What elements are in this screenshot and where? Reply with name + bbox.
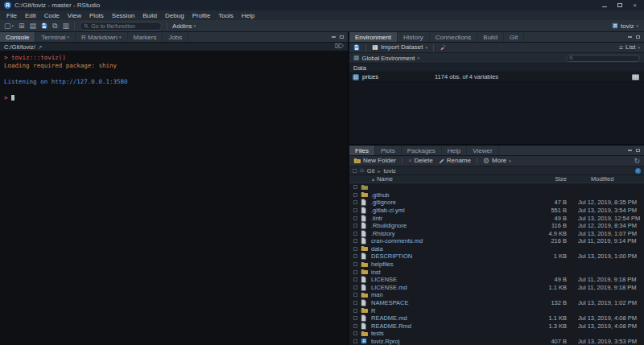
file-row[interactable]: data	[349, 245, 644, 253]
tab-build[interactable]: Build	[477, 32, 504, 42]
select-all-checkbox[interactable]	[353, 169, 357, 173]
file-row[interactable]: README.md1.1 KBJul 13, 2019, 4:08 PM	[349, 314, 644, 322]
addins-button[interactable]: Addins▾	[172, 23, 196, 30]
file-row[interactable]: LICENSE.md1.1 KBJul 11, 2019, 9:18 PM	[349, 284, 644, 292]
file-row[interactable]: .Rhistory4.9 KBJul 13, 2019, 1:07 PM	[349, 229, 644, 237]
row-checkbox[interactable]	[353, 200, 357, 204]
file-row[interactable]: inst	[349, 268, 644, 276]
file-row[interactable]	[349, 183, 644, 191]
tab-markers[interactable]: Markers	[128, 32, 163, 42]
console-output[interactable]: > toviz:::toviz()Loading required packag…	[0, 51, 348, 345]
minimize-window-icon[interactable]	[602, 2, 607, 9]
row-checkbox[interactable]	[353, 262, 357, 266]
file-row[interactable]: .gitlab-ci.yml551 BJul 13, 2019, 3:54 PM	[349, 207, 644, 215]
file-name[interactable]: .gitlab-ci.yml	[371, 207, 530, 214]
environment-object-row[interactable]: prices1174 obs. of 4 variables	[349, 72, 644, 82]
tab-files[interactable]: Files	[349, 146, 375, 155]
file-name[interactable]: LICENSE	[371, 276, 530, 283]
open-file-icon[interactable]: ▤	[30, 23, 37, 30]
file-row[interactable]: man	[349, 291, 644, 299]
column-size[interactable]: Size	[530, 175, 570, 183]
row-checkbox[interactable]	[353, 316, 357, 320]
row-checkbox[interactable]	[353, 208, 357, 212]
tab-plots[interactable]: Plots	[375, 146, 402, 155]
import-dataset-button[interactable]: Import Dataset ▾	[372, 44, 427, 51]
row-checkbox[interactable]	[353, 309, 357, 313]
breadcrumb-segment[interactable]: Git	[367, 167, 375, 175]
file-name[interactable]: man	[371, 291, 530, 298]
row-checkbox[interactable]	[353, 193, 357, 197]
menu-help[interactable]: Help	[237, 12, 258, 19]
row-checkbox[interactable]	[353, 293, 357, 297]
file-name[interactable]: DESCRIPTION	[371, 253, 530, 260]
file-name[interactable]: .Rbuildignore	[371, 222, 530, 229]
tab-console[interactable]: Console	[0, 32, 35, 42]
object-name[interactable]: prices	[362, 73, 435, 80]
menu-plots[interactable]: Plots	[85, 12, 108, 19]
menu-view[interactable]: View	[64, 12, 85, 19]
row-checkbox[interactable]	[353, 270, 357, 274]
file-name[interactable]: cran-comments.md	[371, 237, 530, 244]
file-name[interactable]: tests	[371, 330, 530, 337]
file-name[interactable]: .gitignore	[371, 199, 530, 206]
row-checkbox[interactable]	[353, 254, 357, 258]
tab-history[interactable]: History	[398, 32, 430, 42]
environment-scope-button[interactable]: ▦ Global Environment ▾	[353, 55, 419, 62]
tab-jobs[interactable]: Jobs	[163, 32, 188, 42]
menu-edit[interactable]: Edit	[21, 12, 40, 19]
tab-connections[interactable]: Connections	[430, 32, 477, 42]
clear-workspace-icon[interactable]	[440, 44, 446, 51]
environment-search-input[interactable]	[575, 55, 637, 61]
project-menu-button[interactable]: R toviz ▾	[612, 23, 640, 30]
file-name[interactable]: .lintr	[371, 215, 530, 222]
maximize-window-icon[interactable]	[617, 2, 622, 9]
file-name[interactable]: R	[371, 307, 530, 314]
menu-tools[interactable]: Tools	[214, 12, 237, 19]
tab-terminal[interactable]: Terminal▾	[35, 32, 76, 42]
file-row[interactable]: cran-comments.md216 BJul 11, 2019, 9:14 …	[349, 237, 644, 245]
minimize-pane-icon[interactable]	[628, 150, 632, 151]
save-all-icon[interactable]: ⧉	[52, 23, 57, 30]
file-name[interactable]: data	[371, 245, 530, 253]
row-checkbox[interactable]	[353, 339, 357, 343]
file-row[interactable]: helpfiles	[349, 261, 644, 269]
row-checkbox[interactable]	[353, 331, 357, 335]
menu-profile[interactable]: Profile	[188, 12, 215, 19]
file-row[interactable]: DESCRIPTION1 KBJul 13, 2019, 1:00 PM	[349, 253, 644, 261]
file-name[interactable]: README.Rmd	[371, 322, 530, 330]
file-row[interactable]: LICENSE49 BJul 11, 2019, 9:18 PM	[349, 276, 644, 284]
row-checkbox[interactable]	[353, 185, 357, 189]
row-checkbox[interactable]	[353, 216, 357, 220]
tab-viewer[interactable]: Viewer	[467, 146, 498, 155]
file-name[interactable]: .Rhistory	[371, 230, 530, 237]
goto-file-input[interactable]	[91, 23, 158, 29]
environment-search[interactable]	[566, 55, 640, 62]
row-checkbox[interactable]	[353, 239, 357, 243]
tab-help[interactable]: Help	[442, 146, 467, 155]
file-name[interactable]: toviz.Rproj	[371, 338, 530, 345]
maximize-pane-icon[interactable]	[636, 149, 640, 152]
row-checkbox[interactable]	[353, 324, 357, 328]
file-row[interactable]: .gitignore47 BJul 12, 2019, 8:35 PM	[349, 199, 644, 207]
new-file-icon[interactable]: ▢▾	[4, 23, 14, 30]
rename-button[interactable]: Rename	[439, 158, 471, 164]
tab-packages[interactable]: Packages	[402, 146, 442, 155]
file-row[interactable]: tests	[349, 330, 644, 338]
delete-button[interactable]: × Delete	[408, 158, 433, 164]
save-workspace-icon[interactable]	[353, 44, 360, 51]
file-name[interactable]: NAMESPACE	[371, 299, 530, 306]
menu-file[interactable]: File	[2, 12, 21, 19]
row-checkbox[interactable]	[353, 277, 357, 281]
new-project-icon[interactable]: ⊞	[19, 23, 25, 30]
tab-git[interactable]: Git	[504, 32, 524, 42]
file-row[interactable]: .github	[349, 191, 644, 199]
view-table-icon[interactable]	[632, 74, 644, 80]
row-checkbox[interactable]	[353, 247, 357, 251]
refresh-files-button[interactable]: ↻	[634, 158, 640, 165]
row-checkbox[interactable]	[353, 285, 357, 290]
menu-debug[interactable]: Debug	[161, 12, 188, 19]
menu-build[interactable]: Build	[138, 12, 161, 19]
row-checkbox[interactable]	[353, 232, 357, 236]
maximize-pane-icon[interactable]	[340, 35, 344, 39]
file-name[interactable]: README.md	[371, 314, 530, 322]
